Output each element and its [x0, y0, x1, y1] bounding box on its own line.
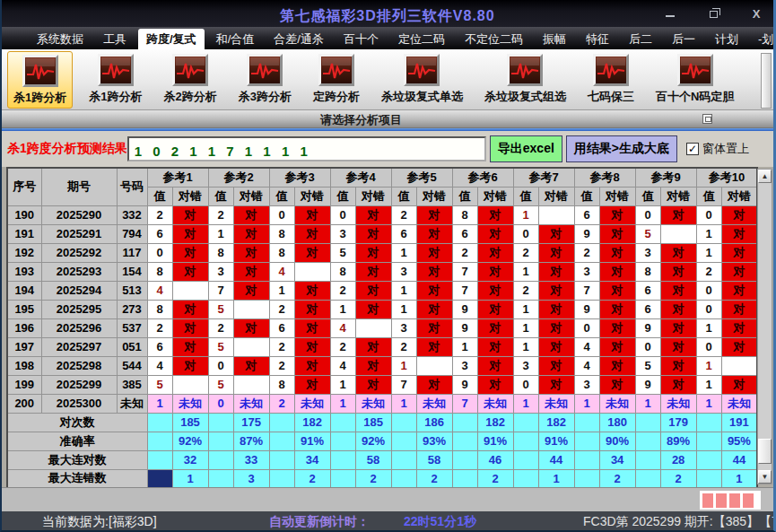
value-cell[interactable]: 0 [635, 205, 660, 224]
summary-spacer-cell[interactable] [208, 432, 233, 450]
correct-cell[interactable]: 对 [721, 224, 757, 243]
summary-spacer-cell[interactable] [513, 432, 538, 450]
summary-value-cell[interactable]: 91% [477, 432, 513, 450]
correct-cell[interactable]: 对 [721, 281, 757, 300]
wrong-cell[interactable] [172, 375, 208, 394]
value-cell[interactable]: 1 [696, 224, 721, 243]
summary-spacer-cell[interactable] [696, 432, 721, 450]
value-cell[interactable]: 6 [574, 205, 599, 224]
value-cell[interactable]: 0 [147, 243, 172, 262]
correct-cell[interactable]: 对 [721, 300, 757, 318]
value-cell[interactable]: 4 [147, 281, 172, 300]
summary-spacer-cell[interactable] [330, 432, 355, 450]
value-cell[interactable]: 2 [330, 281, 355, 300]
period-cell[interactable]: 2025295 [41, 300, 117, 318]
value-cell[interactable]: 3 [574, 262, 599, 281]
tool-button-8[interactable]: 七码保三 [582, 51, 640, 107]
value-cell[interactable]: 2 [452, 243, 477, 262]
period-cell[interactable]: 2025298 [41, 356, 117, 375]
correct-cell[interactable]: 对 [477, 262, 513, 281]
correct-cell[interactable]: 对 [538, 224, 574, 243]
number-cell[interactable]: 273 [117, 300, 147, 318]
value-cell[interactable]: 7 [574, 281, 599, 300]
period-cell[interactable]: 2025300 [41, 394, 117, 413]
correct-cell[interactable]: 对 [233, 224, 269, 243]
value-cell[interactable]: 1 [391, 356, 416, 375]
value-cell[interactable]: 8 [330, 262, 355, 281]
summary-value-cell[interactable]: 182 [538, 413, 574, 432]
value-cell[interactable]: 9 [635, 375, 660, 394]
value-cell[interactable]: 3 [513, 356, 538, 375]
value-cell[interactable]: 2 [269, 356, 294, 375]
value-cell[interactable]: 2 [513, 243, 538, 262]
seq-cell[interactable]: 199 [7, 375, 41, 394]
correct-cell[interactable]: 对 [294, 337, 330, 356]
value-cell[interactable]: 5 [330, 243, 355, 262]
summary-value-cell[interactable]: 185 [172, 413, 208, 432]
value-cell[interactable]: 6 [452, 224, 477, 243]
seq-cell[interactable]: 190 [7, 205, 41, 224]
correct-cell[interactable]: 对 [660, 281, 696, 300]
summary-spacer-cell[interactable] [147, 413, 172, 432]
menu-item-14[interactable]: -划2 [750, 27, 776, 49]
summary-spacer-cell[interactable] [269, 432, 294, 450]
wrong-cell[interactable] [233, 337, 269, 356]
tool-button-7[interactable]: 杀垃圾复式组选 [479, 51, 571, 107]
seq-cell[interactable]: 196 [7, 318, 41, 337]
summary-value-cell[interactable]: 2 [477, 469, 513, 488]
correct-cell[interactable]: 对 [416, 281, 452, 300]
value-cell[interactable]: 8 [269, 243, 294, 262]
correct-cell[interactable]: 对 [294, 356, 330, 375]
summary-spacer-cell[interactable] [330, 413, 355, 432]
value-cell[interactable]: 4 [269, 262, 294, 281]
summary-spacer-cell[interactable] [452, 413, 477, 432]
wrong-cell[interactable] [721, 356, 757, 375]
correct-cell[interactable]: 对 [355, 356, 391, 375]
menu-item-10[interactable]: 特征 [578, 27, 617, 49]
correct-cell[interactable]: 对 [660, 300, 696, 318]
summary-value-cell[interactable]: 34 [294, 450, 330, 469]
correct-cell[interactable]: 对 [355, 262, 391, 281]
summary-value-cell[interactable]: 32 [172, 450, 208, 469]
correct-cell[interactable]: 对 [355, 224, 391, 243]
wrong-cell[interactable] [416, 356, 452, 375]
summary-spacer-cell[interactable] [513, 413, 538, 432]
number-cell[interactable]: 544 [117, 356, 147, 375]
value-cell[interactable]: 7 [452, 281, 477, 300]
summary-spacer-cell[interactable] [391, 432, 416, 450]
value-cell[interactable]: 1 [696, 394, 721, 413]
tool-button-5[interactable]: 定跨分析 [308, 51, 365, 107]
value-cell[interactable]: 6 [147, 337, 172, 356]
correct-cell[interactable]: 对 [477, 281, 513, 300]
summary-value-cell[interactable]: 90% [599, 432, 635, 450]
value-cell[interactable]: 9 [574, 224, 599, 243]
value-cell[interactable]: 1 [696, 375, 721, 394]
tool-button-9[interactable]: 百十个N码定胆 [650, 51, 739, 107]
correct-cell[interactable]: 对 [538, 375, 574, 394]
summary-value-cell[interactable]: 89% [660, 432, 696, 450]
correct-cell[interactable]: 对 [233, 262, 269, 281]
correct-cell[interactable]: 对 [660, 356, 696, 375]
value-cell[interactable]: 1 [208, 224, 233, 243]
value-cell[interactable]: 2 [696, 262, 721, 281]
value-cell[interactable]: 2 [208, 318, 233, 337]
correct-cell[interactable]: 对 [294, 224, 330, 243]
unknown-cell[interactable]: 未知 [538, 394, 574, 413]
correct-cell[interactable]: 对 [477, 337, 513, 356]
value-cell[interactable]: 1 [574, 394, 599, 413]
correct-cell[interactable]: 对 [538, 262, 574, 281]
value-cell[interactable]: 1 [391, 300, 416, 318]
summary-spacer-cell[interactable] [147, 432, 172, 450]
correct-cell[interactable]: 对 [416, 224, 452, 243]
value-cell[interactable]: 1 [269, 281, 294, 300]
summary-value-cell[interactable]: 95% [721, 432, 757, 450]
unknown-cell[interactable]: 未知 [477, 394, 513, 413]
summary-spacer-cell[interactable] [330, 450, 355, 469]
correct-cell[interactable]: 对 [172, 224, 208, 243]
summary-value-cell[interactable]: 91% [538, 432, 574, 450]
summary-spacer-cell[interactable] [513, 469, 538, 488]
restore-button[interactable] [703, 7, 723, 21]
value-cell[interactable]: 5 [208, 375, 233, 394]
menu-item-1[interactable]: 系统数据 [29, 27, 92, 49]
summary-spacer-cell[interactable] [269, 469, 294, 488]
